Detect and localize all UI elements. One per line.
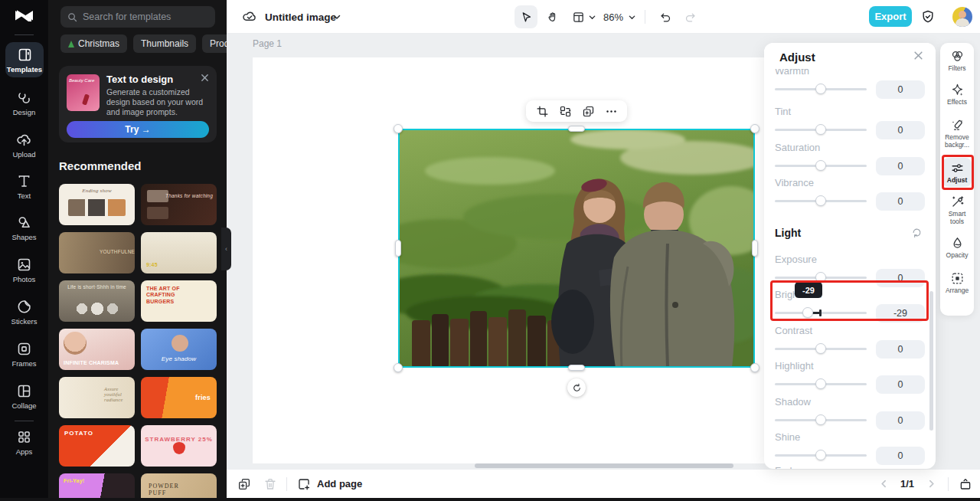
add-page-button[interactable]: Add page: [297, 470, 362, 498]
brightness-slider[interactable]: [775, 312, 867, 314]
vibrance-value[interactable]: 0: [876, 192, 925, 211]
template-thumbnail[interactable]: YOUTHFULNESS: [59, 232, 135, 273]
shine-slider[interactable]: [775, 454, 867, 457]
title-chevron-down-icon[interactable]: [332, 0, 341, 34]
sidebar-item-text[interactable]: Text: [0, 173, 48, 200]
page-setup-button[interactable]: [567, 5, 590, 28]
rotate-handle[interactable]: [567, 378, 586, 397]
next-page-button[interactable]: [926, 470, 936, 498]
resize-handle-se[interactable]: [750, 363, 760, 372]
resize-handle-n[interactable]: [568, 126, 585, 132]
rail-item-filters[interactable]: Filters: [940, 49, 974, 73]
resize-handle-s[interactable]: [568, 365, 585, 371]
slider-knob[interactable]: [815, 160, 826, 171]
resize-handle-nw[interactable]: [394, 124, 403, 133]
template-thumbnail[interactable]: 9:45: [141, 232, 217, 273]
template-thumbnail[interactable]: INFINITE CHARISMA: [59, 329, 135, 370]
panel-scrollbar[interactable]: [929, 291, 933, 431]
shadow-slider[interactable]: [775, 419, 867, 421]
rail-item-effects[interactable]: Effects: [940, 83, 974, 106]
safety-shield-icon[interactable]: [920, 0, 936, 34]
exposure-value[interactable]: 0: [876, 269, 925, 287]
template-thumbnail[interactable]: fries: [141, 377, 217, 418]
template-thumbnail[interactable]: Assure youthful radiance: [59, 377, 135, 418]
horizontal-scrollbar[interactable]: [475, 463, 733, 468]
replace-button[interactable]: [559, 105, 572, 118]
crop-button[interactable]: [536, 105, 549, 118]
warmth-slider[interactable]: [775, 88, 867, 90]
user-avatar[interactable]: [952, 7, 972, 27]
highlight-value[interactable]: 0: [876, 375, 925, 394]
contrast-value[interactable]: 0: [876, 340, 925, 359]
template-thumbnail[interactable]: Life is short·Shhh in time: [59, 280, 135, 322]
present-button[interactable]: [959, 470, 972, 498]
template-thumbnail[interactable]: THE ART OF CRAFTING BURGERS: [141, 280, 217, 322]
contrast-slider[interactable]: [775, 348, 867, 350]
rail-item-opacity[interactable]: Opacity: [940, 236, 974, 260]
duplicate-button[interactable]: [582, 105, 595, 118]
select-tool-button[interactable]: [514, 5, 537, 28]
search-input[interactable]: [83, 11, 209, 22]
template-thumbnail[interactable]: Ending show: [59, 184, 135, 225]
template-thumbnail[interactable]: Thanks for watching: [141, 184, 217, 225]
redo-button[interactable]: [678, 5, 701, 28]
page-setup-chevron-icon[interactable]: [588, 0, 596, 34]
slider-knob[interactable]: [815, 84, 826, 94]
tint-value[interactable]: 0: [876, 121, 925, 139]
export-button[interactable]: Export: [869, 6, 912, 27]
hand-tool-button[interactable]: [541, 5, 564, 28]
sidebar-item-collage[interactable]: Collage: [0, 383, 48, 410]
slider-knob[interactable]: [815, 450, 826, 460]
try-button[interactable]: Try →: [67, 121, 209, 138]
warmth-value[interactable]: 0: [876, 80, 925, 99]
document-title[interactable]: Untitled image: [265, 0, 336, 34]
rail-item-remove-background[interactable]: Remove backgr...: [940, 118, 974, 149]
prev-page-button[interactable]: [879, 470, 889, 498]
capcut-logo-icon[interactable]: [14, 6, 34, 27]
sidebar-item-shapes[interactable]: Shapes: [0, 214, 48, 241]
selected-photo[interactable]: [398, 129, 755, 368]
vibrance-slider[interactable]: [775, 200, 867, 202]
duplicate-page-button[interactable]: [237, 470, 251, 498]
rail-item-adjust[interactable]: Adjust: [942, 158, 972, 187]
close-icon[interactable]: [913, 51, 923, 61]
slider-knob[interactable]: [815, 343, 826, 354]
chip-thumbnails[interactable]: Thumbnails: [133, 34, 196, 53]
panel-collapse-handle[interactable]: ‹: [221, 228, 231, 270]
slider-knob[interactable]: [815, 124, 826, 135]
sidebar-item-upload[interactable]: Upload: [0, 132, 48, 159]
template-thumbnail[interactable]: POTATO: [59, 425, 135, 467]
template-thumbnail[interactable]: Eye shadow: [141, 329, 217, 370]
template-thumbnail[interactable]: Fri-Yay!: [59, 473, 135, 501]
resize-handle-sw[interactable]: [394, 363, 403, 372]
sidebar-item-apps[interactable]: Apps: [0, 429, 48, 456]
reset-icon[interactable]: [911, 227, 923, 238]
saturation-value[interactable]: 0: [876, 157, 925, 175]
slider-knob[interactable]: [815, 195, 826, 206]
resize-handle-e[interactable]: [752, 240, 758, 257]
template-thumbnail[interactable]: STRAWBERRY 25%: [141, 425, 217, 467]
rail-item-arrange[interactable]: Arrange: [940, 271, 974, 295]
saturation-slider[interactable]: [775, 165, 867, 167]
slider-knob[interactable]: [815, 272, 826, 283]
zoom-level[interactable]: 86%: [603, 0, 623, 34]
slider-knob[interactable]: [802, 307, 813, 318]
resize-handle-w[interactable]: [395, 240, 401, 257]
sidebar-item-stickers[interactable]: Stickers: [0, 299, 48, 326]
brightness-value[interactable]: -29: [876, 304, 925, 323]
shadow-value[interactable]: 0: [876, 411, 925, 430]
undo-button[interactable]: [654, 5, 677, 28]
zoom-chevron-icon[interactable]: [628, 0, 636, 34]
tint-slider[interactable]: [775, 129, 867, 131]
highlight-slider[interactable]: [775, 383, 867, 385]
chip-christmas[interactable]: Christmas: [60, 34, 127, 53]
rail-item-smart-tools[interactable]: Smart tools: [940, 195, 974, 226]
sidebar-item-frames[interactable]: Frames: [0, 341, 48, 368]
exposure-slider[interactable]: [775, 277, 867, 279]
delete-page-button[interactable]: [263, 470, 277, 498]
chip-products[interactable]: Produ: [202, 34, 227, 53]
more-options-button[interactable]: [605, 105, 618, 118]
close-icon[interactable]: [201, 74, 209, 82]
slider-knob[interactable]: [815, 414, 826, 425]
slider-knob[interactable]: [815, 378, 826, 389]
